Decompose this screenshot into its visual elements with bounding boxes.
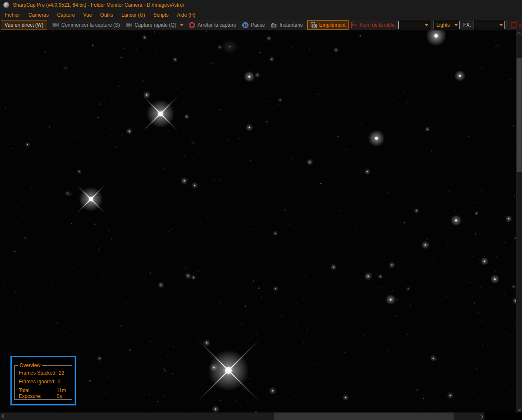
menu-item-aide[interactable]: Aide (H) <box>173 11 199 19</box>
chevron-down-icon <box>425 24 428 26</box>
frames-ignored-label: Frames Ignored: <box>19 379 55 385</box>
window-title: SharpCap Pro (v4.0.9521, 64 bit) - Folde… <box>13 2 184 8</box>
chevron-right-icon <box>479 415 483 419</box>
frames-ignored-value: 0 <box>58 379 60 385</box>
camera-icon <box>271 22 277 28</box>
image-viewport: Overview Frames Stacked: 22 Frames Ignor… <box>0 30 522 412</box>
fx-combobox[interactable] <box>474 21 505 29</box>
app-icon <box>3 2 10 8</box>
title-bar: SharpCap Pro (v4.0.9521, 64 bit) - Folde… <box>0 0 522 10</box>
stacked-frames-icon <box>310 22 317 28</box>
total-exposure-label: Total Exposure: <box>19 388 51 399</box>
stop-capture-button[interactable]: Arrêter la capture <box>186 20 239 30</box>
pause-circle-icon <box>242 22 248 28</box>
chevron-down-icon <box>517 407 522 411</box>
sharpcap-window: SharpCap Pro (v4.0.9521, 64 bit) - Folde… <box>0 0 522 420</box>
vertical-scrollbar-thumb[interactable] <box>517 58 522 172</box>
total-exposure-value: 11m 0s <box>57 388 72 399</box>
target-name-combobox[interactable] <box>398 21 430 29</box>
chevron-up-icon <box>517 32 521 36</box>
scroll-right-button[interactable] <box>478 412 484 420</box>
camcorder-icon <box>126 22 133 28</box>
frames-ignored-row: Frames Ignored: 0 <box>19 379 72 385</box>
menu-item-lancer[interactable]: Lancer (U) <box>117 11 149 19</box>
chevron-down-icon <box>499 24 503 26</box>
snapshot-label: Instantané <box>279 22 303 28</box>
menu-item-capture[interactable]: Capture <box>53 11 79 19</box>
pause-button[interactable]: Pause <box>239 20 268 30</box>
scrollbar-corner <box>484 412 522 420</box>
bottom-scrollbar-row <box>0 412 522 420</box>
chevron-left-icon <box>2 414 6 418</box>
scroll-up-button[interactable] <box>516 30 522 37</box>
ng-indicator-icon: NG <box>351 22 358 28</box>
frame-type-value: Lights <box>437 22 450 28</box>
snapshot-button[interactable]: Instantané <box>268 20 306 30</box>
target-name-label: Nom de la cible: <box>360 22 396 28</box>
pause-label: Pause <box>251 22 265 28</box>
menu-item-scripts[interactable]: Scripts <box>149 11 173 19</box>
live-view-label: Vue en direct (W) <box>5 22 43 28</box>
toolbar-overflow-chevrons-icon[interactable]: » <box>519 22 520 29</box>
overview-title: Overview <box>18 362 42 368</box>
live-stack-toggle-button[interactable]: Empilement <box>307 20 348 30</box>
fx-label: FX: <box>463 22 471 28</box>
quick-capture-label: Capture rapide (Q) <box>135 22 176 28</box>
frames-stacked-value: 22 <box>59 370 64 376</box>
toolbar: Vue en direct (W) Commencer la capture (… <box>0 20 522 30</box>
scroll-down-button[interactable] <box>516 406 522 412</box>
toolbar-separator <box>507 21 507 29</box>
overview-groupbox: Overview Frames Stacked: 22 Frames Ignor… <box>14 365 72 400</box>
live-stack-label: Empilement <box>319 22 345 28</box>
quick-capture-button[interactable]: Capture rapide (Q) <box>123 20 179 30</box>
menu-item-cameras[interactable]: Cameras <box>24 11 53 19</box>
live-view-toggle-button[interactable]: Vue en direct (W) <box>1 20 47 30</box>
stop-capture-label: Arrêter la capture <box>198 22 236 28</box>
frame-type-combobox[interactable]: Lights <box>434 21 460 29</box>
frames-stacked-label: Frames Stacked: <box>19 370 57 376</box>
start-capture-button[interactable]: Commencer la capture (S) <box>50 20 123 30</box>
menu-item-fichier[interactable]: Fichier <box>1 11 24 19</box>
camcorder-icon <box>53 22 59 28</box>
menu-bar: Fichier Cameras Capture Vue Outils Lance… <box>0 10 522 20</box>
toolbar-right-icons: » <box>505 21 521 29</box>
stop-circle-icon <box>189 22 196 28</box>
horizontal-scrollbar[interactable] <box>0 412 484 420</box>
frames-stacked-row: Frames Stacked: 22 <box>19 370 72 376</box>
start-capture-label: Commencer la capture (S) <box>61 22 120 28</box>
quick-capture-dropdown-icon[interactable] <box>180 24 183 26</box>
overview-overlay-panel[interactable]: Overview Frames Stacked: 22 Frames Ignor… <box>10 356 76 405</box>
vertical-scrollbar[interactable] <box>516 30 522 412</box>
live-stack-image[interactable] <box>0 30 522 412</box>
horizontal-scrollbar-thumb[interactable] <box>274 412 454 420</box>
scroll-left-button[interactable] <box>0 412 7 420</box>
chevron-down-icon <box>454 24 458 26</box>
total-exposure-row: Total Exposure: 11m 0s <box>19 388 72 399</box>
menu-item-outils[interactable]: Outils <box>96 11 117 19</box>
menu-item-vue[interactable]: Vue <box>79 11 96 19</box>
selection-rectangle-icon[interactable] <box>511 22 517 28</box>
